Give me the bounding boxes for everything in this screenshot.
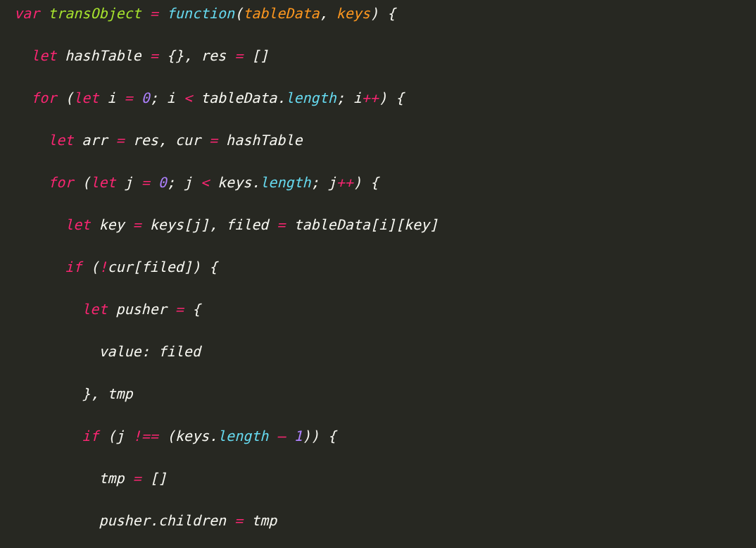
indent — [14, 259, 65, 275]
comma: , — [184, 47, 192, 64]
keyword-function: function — [167, 5, 234, 22]
keyword-let: let — [73, 89, 99, 106]
space — [175, 89, 184, 106]
function-name: transObject — [48, 5, 141, 22]
operator-eq: = — [133, 470, 141, 487]
space — [99, 385, 107, 402]
operator-eq: = — [234, 47, 243, 64]
lparen: ( — [65, 89, 73, 106]
code-block: var transObject = function(tableData, ke… — [14, 3, 756, 548]
operator-eq: = — [116, 132, 125, 149]
code-line: value: filed — [14, 341, 756, 362]
lbrace: { — [167, 47, 175, 64]
lbracket: [ — [396, 216, 404, 233]
lbrace: { — [328, 428, 336, 444]
rparen: ) — [353, 174, 362, 191]
lparen: ( — [107, 428, 115, 444]
keyword-let: let — [82, 301, 107, 318]
space — [141, 47, 150, 64]
indent — [14, 512, 99, 529]
lbrace: { — [387, 5, 396, 22]
space — [362, 174, 370, 191]
space — [150, 174, 158, 191]
lbrace: { — [192, 301, 201, 318]
indent — [14, 174, 48, 191]
semi: ; — [311, 174, 320, 191]
ident-hashTable: hashTable — [226, 132, 302, 149]
space — [209, 174, 218, 191]
keyword-let: let — [65, 216, 90, 233]
comma: , — [158, 132, 167, 149]
operator-eq: = — [175, 301, 184, 318]
space — [150, 343, 158, 360]
operator-eq: = — [133, 216, 141, 233]
space — [99, 89, 107, 106]
space — [387, 89, 396, 106]
param-keys: keys — [336, 5, 370, 22]
code-line: for (let i = 0; i < tableData.length; i+… — [14, 87, 756, 108]
lbracket: [ — [251, 47, 260, 64]
code-line: let hashTable = {}, res = [] — [14, 45, 756, 66]
ident-tmp: tmp — [251, 512, 277, 529]
space — [201, 132, 209, 149]
space — [201, 259, 209, 275]
rbracket: ] — [158, 470, 167, 487]
space — [39, 5, 48, 22]
lbracket: [ — [133, 259, 141, 275]
space — [82, 259, 90, 275]
ident-pusher: pusher — [116, 301, 167, 318]
rbracket: ] — [429, 216, 438, 233]
space — [141, 470, 150, 487]
lbracket: [ — [184, 216, 192, 233]
keyword-var: var — [14, 5, 39, 22]
keyword-if: if — [82, 428, 99, 444]
rparen: ) — [311, 428, 320, 444]
ident-arr: arr — [82, 132, 107, 149]
space — [73, 132, 82, 149]
ident-keys: keys — [218, 174, 251, 191]
operator-eq: = — [141, 174, 150, 191]
rbracket: ] — [201, 216, 209, 233]
operator-neqq: !== — [133, 428, 158, 444]
lparen: ( — [90, 259, 99, 275]
space — [268, 216, 277, 233]
operator-inc: ++ — [362, 89, 379, 106]
space — [125, 132, 133, 149]
space — [73, 174, 82, 191]
lparen: ( — [82, 174, 90, 191]
indent — [14, 216, 65, 233]
code-line: for (let j = 0; j < keys.length; j++) { — [14, 172, 756, 193]
semi: ; — [150, 89, 158, 106]
operator-eq: = — [234, 512, 243, 529]
lbrace: { — [209, 259, 218, 275]
comma: , — [320, 5, 328, 22]
dot: . — [251, 174, 260, 191]
operator-minus: – — [277, 428, 285, 444]
operator-inc: ++ — [336, 174, 353, 191]
code-line: let key = keys[j], filed = tableData[i][… — [14, 214, 756, 235]
space — [158, 428, 167, 444]
ident-hashTable: hashTable — [65, 47, 141, 64]
prop-length: length — [260, 174, 310, 191]
keyword-let: let — [48, 132, 73, 149]
ident-filed: filed — [141, 259, 184, 275]
ident-filed: filed — [226, 216, 268, 233]
operator-eq: = — [150, 5, 158, 22]
space — [167, 132, 175, 149]
rbracket: ] — [260, 47, 268, 64]
number-1: 1 — [294, 428, 302, 444]
indent — [14, 343, 99, 360]
lbrace: { — [396, 89, 404, 106]
prop-length: length — [218, 428, 268, 444]
keyword-for: for — [31, 89, 56, 106]
space — [158, 47, 167, 64]
space — [175, 174, 184, 191]
space — [218, 216, 226, 233]
space — [116, 89, 125, 106]
operator-lt: < — [201, 174, 209, 191]
indent — [14, 470, 99, 487]
lbrace: { — [370, 174, 379, 191]
dot: . — [150, 512, 158, 529]
ident-res: res — [201, 47, 226, 64]
rparen: ) — [370, 5, 379, 22]
